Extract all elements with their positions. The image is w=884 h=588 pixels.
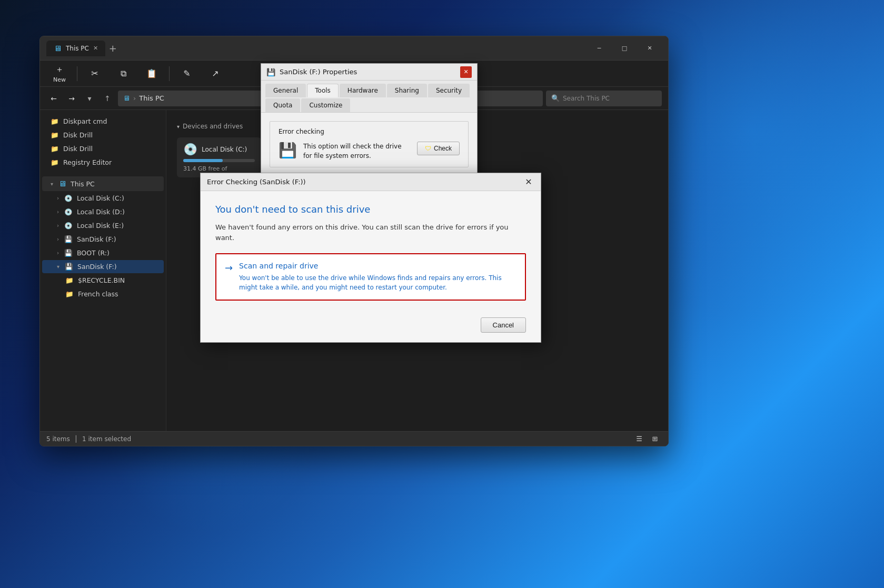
scan-texts: Scan and repair drive You won't be able … [239, 262, 517, 292]
props-close-btn[interactable]: ✕ [460, 66, 472, 78]
sidebar-item-sandisk-f[interactable]: › 💾 SanDisk (F:) [42, 233, 164, 246]
address-text: This PC [139, 94, 164, 102]
recent-btn[interactable]: ▾ [82, 91, 97, 106]
sidebar-item-this-pc[interactable]: ▾ 🖥 This PC [42, 176, 164, 191]
sidebar-label: SanDisk (F:) [77, 263, 117, 271]
sidebar-item-local-c[interactable]: › 💿 Local Disk (C:) [42, 192, 164, 205]
tab-sharing-label: Sharing [395, 87, 419, 94]
rename-button[interactable]: ✎ [174, 66, 200, 81]
selected-count: 1 item selected [82, 435, 131, 443]
sidebar-item-boot-r[interactable]: › 💾 BOOT (R:) [42, 246, 164, 260]
cut-button[interactable]: ✂ [82, 66, 108, 81]
cut-icon: ✂ [91, 68, 98, 78]
tab-hardware[interactable]: Hardware [340, 84, 386, 97]
sidebar-item-diskdrill2[interactable]: 📁 Disk Drill [42, 142, 164, 155]
address-separator: 🖥 [123, 94, 130, 102]
new-tab-btn[interactable]: + [105, 41, 120, 56]
search-bar[interactable]: 🔍 Search This PC [546, 91, 662, 106]
ec-heading: You don't need to scan this drive [215, 204, 526, 215]
share-button[interactable]: ↗ [202, 66, 229, 81]
sidebar-item-recycle-bin[interactable]: 📁 $RECYCLE.BIN [42, 274, 164, 287]
tab-general-label: General [273, 87, 298, 94]
drive-icon: 💿 [64, 208, 73, 216]
ec-message: We haven't found any errors on this driv… [215, 222, 526, 243]
back-btn[interactable]: ← [46, 91, 61, 106]
minimize-btn[interactable]: ─ [587, 40, 611, 57]
check-btn-label: Check [434, 145, 452, 152]
forward-btn[interactable]: → [64, 91, 79, 106]
sidebar-label: Local Disk (D:) [77, 208, 125, 216]
tab-hardware-label: Hardware [347, 87, 378, 94]
folder-icon: 📁 [65, 276, 74, 284]
sidebar-label: This PC [71, 180, 95, 188]
ec-cancel-btn[interactable]: Cancel [481, 317, 526, 333]
tab-quota[interactable]: Quota [265, 98, 300, 112]
grid-view-btn[interactable]: ⊞ [648, 433, 662, 445]
sidebar-item-diskpart[interactable]: 📁 Diskpart cmd [42, 115, 164, 128]
this-pc-icon: 🖥 [58, 179, 66, 188]
props-tools-content: Error checking 💾 This option will check … [261, 113, 477, 176]
sidebar-label: Local Disk (C:) [77, 194, 124, 202]
ec-content: You don't need to scan this drive We hav… [201, 191, 541, 311]
scan-arrow-icon: → [225, 262, 233, 273]
drive-name-c: Local Disk (C:) [202, 146, 247, 153]
sidebar-label: French class [78, 290, 118, 298]
tab-tools-label: Tools [315, 87, 331, 94]
rename-icon: ✎ [183, 68, 190, 78]
drive-icon-c: 💿 [183, 143, 197, 156]
error-description: This option will check the drive for fil… [303, 142, 411, 161]
copy-icon: ⧉ [121, 68, 126, 78]
tab-general[interactable]: General [265, 84, 306, 97]
search-placeholder: Search This PC [563, 95, 610, 102]
close-btn[interactable]: ✕ [638, 40, 662, 57]
ec-title-bar: Error Checking (SanDisk (F:)) ✕ [201, 173, 541, 191]
sidebar-item-french-class[interactable]: 📁 French class [42, 287, 164, 301]
props-title-icon: 💾 [266, 68, 275, 76]
chevron-right-icon: › [57, 250, 59, 256]
drive-icon: 💾 [65, 263, 73, 271]
sidebar-item-diskdrill1[interactable]: 📁 Disk Drill [42, 128, 164, 142]
paste-button[interactable]: 📋 [138, 66, 165, 81]
drive-item-c[interactable]: 💿 Local Disk (C:) 31.4 GB free of [177, 137, 261, 177]
sidebar-item-registry[interactable]: 📁 Registry Editor [42, 156, 164, 169]
paste-icon: 📋 [146, 68, 157, 78]
check-btn[interactable]: 🛡 Check [417, 142, 460, 155]
tab-customize[interactable]: Customize [301, 98, 350, 112]
sidebar-item-local-e[interactable]: › 💿 Local Disk (E:) [42, 219, 164, 232]
tab-tools[interactable]: Tools [307, 84, 339, 97]
sidebar-label: Diskpart cmd [63, 117, 107, 125]
copy-button[interactable]: ⧉ [110, 66, 136, 81]
tab-sharing[interactable]: Sharing [387, 84, 427, 97]
folder-icon: 📁 [51, 145, 59, 153]
tab-title: This PC [66, 45, 89, 52]
drive-icon: 💾 [64, 235, 73, 243]
sidebar-item-local-d[interactable]: › 💿 Local Disk (D:) [42, 205, 164, 218]
list-view-btn[interactable]: ☰ [632, 433, 646, 445]
ec-footer: Cancel [201, 311, 541, 342]
scan-repair-option[interactable]: → Scan and repair drive You won't be abl… [215, 253, 526, 301]
explorer-tab[interactable]: 🖥 This PC ✕ [46, 41, 105, 56]
error-checking-row: 💾 This option will check the drive for f… [279, 142, 460, 161]
error-checking-group: Error checking 💾 This option will check … [270, 121, 469, 167]
tab-icon: 🖥 [54, 44, 62, 53]
folder-icon: 📁 [65, 290, 74, 298]
sidebar-label: Registry Editor [63, 158, 112, 166]
drive-icon: 💿 [64, 194, 73, 202]
scan-repair-desc: You won't be able to use the drive while… [239, 273, 517, 292]
sidebar-label: Local Disk (E:) [77, 222, 124, 230]
new-icon: ＋ [55, 64, 64, 75]
drive-icon: 💾 [64, 249, 73, 257]
maximize-btn[interactable]: □ [612, 40, 637, 57]
toolbar-sep-1 [77, 66, 77, 81]
props-title-bar: 💾 SanDisk (F:) Properties ✕ [261, 64, 477, 81]
chevron-right-icon: › [57, 209, 59, 215]
items-count: 5 items [46, 435, 70, 443]
sidebar-item-sandisk-expanded[interactable]: ▾ 💾 SanDisk (F:) [42, 260, 164, 273]
tab-close-btn[interactable]: ✕ [93, 45, 98, 52]
new-button[interactable]: ＋ New [46, 62, 73, 85]
ec-title-text: Error Checking (SanDisk (F:)) [207, 178, 519, 186]
tab-security[interactable]: Security [428, 84, 470, 97]
sidebar: 📁 Diskpart cmd 📁 Disk Drill 📁 Disk Drill… [40, 110, 166, 431]
ec-close-btn[interactable]: ✕ [523, 176, 534, 188]
up-btn[interactable]: ↑ [100, 91, 115, 106]
